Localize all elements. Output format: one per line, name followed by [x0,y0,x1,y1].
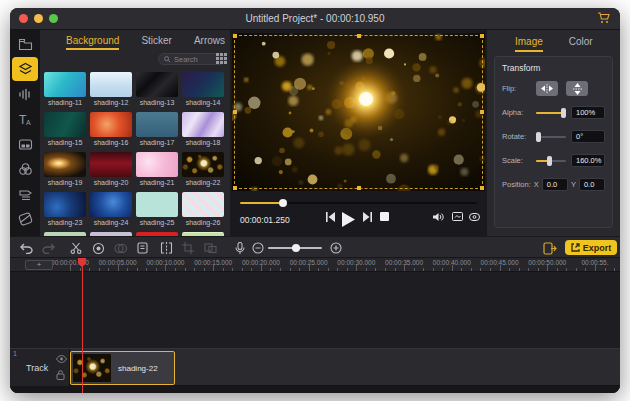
thumbnail-shading-19[interactable]: shading-19 [44,152,86,186]
tab-arrows[interactable]: Arrows [194,35,225,50]
split-icon[interactable] [158,240,174,256]
thumbnail-shading-24[interactable]: shading-24 [90,192,132,226]
tab-image[interactable]: Image [515,36,543,52]
undo-icon[interactable] [18,240,34,256]
properties-tabs: Image Color [487,30,620,52]
snapshot-icon[interactable] [469,212,480,221]
timeline-ruler[interactable]: 00:00:00.00000:00:05.00000:00:10.00000:0… [10,258,620,272]
position-row: Position: X 0.0 Y 0.0 [502,177,605,192]
export-button-label: Export [583,243,612,253]
tab-sticker[interactable]: Sticker [141,35,172,50]
sidebar-item-transitions[interactable] [12,132,38,156]
sidebar-item-split-screen[interactable] [12,207,38,231]
position-y-input[interactable]: 0.0 [579,178,605,191]
flip-vertical-button[interactable] [566,81,588,96]
clip-label: shading-22 [118,364,158,373]
export-button[interactable]: Export [565,240,617,255]
search-icon [164,56,171,63]
title-bar: Untitled Project* - 00:00:10.950 [10,8,620,30]
thumbnail-shading-15[interactable]: shading-15 [44,112,86,146]
tab-background[interactable]: Background [66,35,119,50]
zoom-in-icon[interactable] [328,240,344,256]
sidebar-item-media[interactable] [12,32,38,56]
export-project-file-icon[interactable] [542,240,558,256]
previous-frame-button[interactable] [326,212,335,222]
record-icon[interactable] [90,240,106,256]
thumbnail-shading-20[interactable]: shading-20 [90,152,132,186]
sidebar: TA [10,30,40,236]
window-title: Untitled Project* - 00:00:10.950 [10,13,620,24]
alpha-value[interactable]: 100% [571,106,605,119]
scale-slider[interactable] [536,156,566,166]
ruler-label: 00:00:20.000 [242,259,280,266]
merge-icon[interactable] [202,240,218,256]
seek-handle[interactable] [279,199,287,207]
fullscreen-icon[interactable] [452,212,463,221]
play-button[interactable] [342,212,355,227]
thumbnail-label: shading-16 [90,139,132,146]
redo-icon[interactable] [40,240,56,256]
track-number: 1 [13,350,17,357]
export-icon [571,243,580,252]
thumbnail-shading-25[interactable]: shading-25 [136,192,178,226]
timeline-zoom-slider[interactable] [268,247,322,249]
rotate-slider[interactable] [536,132,566,142]
properties-panel: Image Color Transform Flip: Alpha: [487,30,620,236]
next-frame-button[interactable] [363,212,372,222]
record-voiceover-icon[interactable] [232,240,248,256]
thumbnail-shading-12[interactable]: shading-12 [90,72,132,106]
thumbnail-shading-13[interactable]: shading-13 [136,72,178,106]
sidebar-item-elements[interactable] [12,182,38,206]
tab-color[interactable]: Color [569,36,593,52]
preview-panel: 00:00:01.250 [230,30,487,236]
store-cart-icon[interactable] [597,12,610,24]
playhead-line[interactable] [82,258,83,393]
add-track-button[interactable]: + [25,260,53,270]
grid-view-icon[interactable] [216,53,227,64]
app-window: Untitled Project* - 00:00:10.950 TA [10,8,620,393]
thumbnail-shading-17[interactable]: shading-17 [136,112,178,146]
thumbnail-label: shading-24 [90,219,132,226]
thumbnail-shading-21[interactable]: shading-21 [136,152,178,186]
thumbnail-shading-22[interactable]: shading-22 [182,152,224,186]
zoom-slider-handle[interactable] [292,244,300,252]
thumbnail-shading-11[interactable]: shading-11 [44,72,86,106]
sidebar-item-audio[interactable] [12,82,38,106]
video-canvas[interactable] [232,33,485,191]
thumbnail-shading-26[interactable]: shading-26 [182,192,224,226]
rotate-value[interactable]: 0° [571,130,605,143]
thumbnail-shading-16[interactable]: shading-16 [90,112,132,146]
track-visibility-icon[interactable] [56,355,67,363]
ruler-label: 00:00:45.000 [481,259,519,266]
cut-icon[interactable] [68,240,84,256]
alpha-slider[interactable] [536,108,566,118]
thumbnail-shading-18[interactable]: shading-18 [182,112,224,146]
media-library-panel: Background Sticker Arrows Search shading… [40,30,230,236]
alpha-label: Alpha: [502,108,536,117]
ruler-label: 00:00:05.000 [99,259,137,266]
track-lock-icon[interactable] [56,370,65,380]
sidebar-item-filters[interactable] [12,157,38,181]
crop-icon[interactable] [180,240,196,256]
rotate-label: Rotate: [502,132,536,141]
scale-row: Scale: 160.0% [502,153,605,168]
volume-icon[interactable] [433,212,444,222]
copy-icon[interactable] [112,240,128,256]
thumbnail-shading-14[interactable]: shading-14 [182,72,224,106]
timeline-clip-shading-22[interactable]: shading-22 [70,351,175,385]
stop-button[interactable] [380,212,389,221]
track-header: 1 Track [10,349,70,387]
position-x-input[interactable]: 0.0 [542,178,568,191]
scale-value[interactable]: 160.0% [571,154,605,167]
thumbnail-label: shading-18 [182,139,224,146]
thumbnail-label: shading-22 [182,179,224,186]
thumbnail-shading-23[interactable]: shading-23 [44,192,86,226]
sidebar-item-background[interactable] [12,57,38,81]
sidebar-item-text[interactable]: TA [12,107,38,131]
flip-horizontal-button[interactable] [536,81,558,96]
zoom-out-icon[interactable] [250,240,266,256]
paste-icon[interactable] [134,240,150,256]
timeline-toolbar: Export [10,236,620,258]
x-axis-label: X [534,180,539,189]
seek-bar[interactable] [240,198,477,208]
